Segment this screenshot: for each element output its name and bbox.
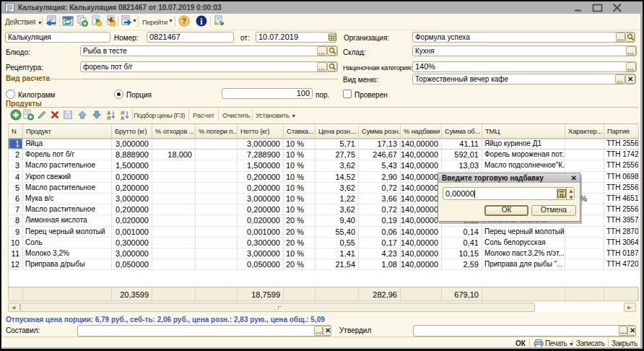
svg-text:?: ? [182,17,186,25]
svg-text:Я: Я [107,115,110,121]
svg-text:А: А [121,115,125,121]
